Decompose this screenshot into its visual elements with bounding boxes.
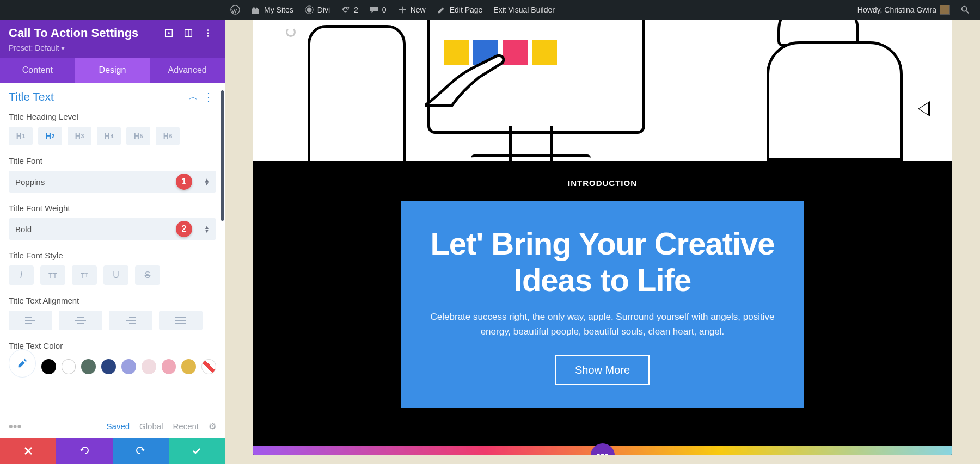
svg-point-10 [207,35,209,37]
color-swatch-none[interactable] [201,359,216,374]
avatar [940,5,950,15]
svg-point-1 [307,8,311,13]
color-swatch-black[interactable] [41,359,56,374]
tab-advanced[interactable]: Advanced [150,58,225,83]
wp-logo[interactable] [225,0,246,20]
svg-point-9 [207,33,209,34]
comments-count: 0 [382,5,387,14]
saved-link[interactable]: Saved [107,422,130,431]
cta-description: Celebrate success right, the only way, a… [428,310,777,339]
recent-link[interactable]: Recent [173,422,199,431]
panel-tabs: Content Design Advanced [0,58,225,83]
section-more-icon[interactable]: ⋮ [201,90,216,103]
exit-vb-link[interactable]: Exit Visual Builder [488,0,560,20]
strikethrough-button[interactable]: S [135,265,160,285]
panel-action-bar [0,438,225,464]
tab-content[interactable]: Content [0,58,75,83]
weight-value: Bold [15,225,32,234]
annotation-badge-1: 1 [176,174,192,190]
cta-title: Let' Bring Your Creative Ideas to Life [428,226,777,298]
global-link[interactable]: Global [139,422,163,431]
new-link[interactable]: New [392,0,431,20]
h3-button[interactable]: H3 [68,127,91,145]
h4-button[interactable]: H4 [97,127,121,145]
site-name-label: Divi [317,5,330,14]
align-right-button[interactable] [109,311,152,330]
align-label: Title Text Alignment [9,296,216,305]
edit-page-link[interactable]: Edit Page [431,0,488,20]
updates-count: 2 [354,5,358,14]
weight-label: Title Font Weight [9,203,216,213]
hand-graphic [425,46,512,111]
h6-button[interactable]: H6 [156,127,180,145]
my-sites-link[interactable]: My Sites [246,0,299,20]
collapse-icon[interactable]: ︿ [186,91,201,103]
select-arrows-icon: ▲▼ [204,178,210,185]
color-swatch-blush[interactable] [142,359,156,374]
h2-button[interactable]: H2 [38,127,62,145]
heading-level-group: H1 H2 H3 H4 H5 H6 [9,127,216,145]
align-left-button[interactable] [9,311,52,330]
settings-panel: Call To Action Settings Preset: Default … [0,20,225,464]
expand-icon[interactable] [164,28,174,38]
svg-point-5 [168,32,170,34]
font-value: Poppins [15,177,45,187]
h1-button[interactable]: H1 [9,127,33,145]
svg-point-3 [962,7,967,11]
edit-page-label: Edit Page [450,5,483,14]
intro-label: INTRODUCTION [568,178,637,188]
underline-button[interactable]: U [103,265,128,285]
heading-level-label: Title Heading Level [9,112,216,121]
uppercase-button[interactable]: TT [40,265,65,285]
svg-point-8 [207,29,209,31]
font-select[interactable]: Poppins 1 ▲▼ [9,171,216,193]
color-swatch-gold[interactable] [181,359,196,374]
h5-button[interactable]: H5 [126,127,150,145]
exit-vb-label: Exit Visual Builder [493,5,555,14]
select-arrows-icon: ▲▼ [204,225,210,233]
more-icon[interactable] [203,28,213,38]
panel-body: Title Text ︿ ⋮ Title Heading Level H1 H2… [0,83,225,414]
color-swatch-pink[interactable] [162,359,176,374]
comments-link[interactable]: 0 [364,0,392,20]
font-label: Title Font [9,156,216,165]
color-swatch-green[interactable] [81,359,96,374]
gear-icon[interactable]: ⚙ [209,421,216,431]
align-center-button[interactable] [59,311,102,330]
layout-icon[interactable] [183,28,193,38]
updates-link[interactable]: 2 [335,0,364,20]
weight-select[interactable]: Bold 2 ▲▼ [9,218,216,240]
site-link[interactable]: Divi [299,0,335,20]
hero-illustration [253,20,952,161]
italic-button[interactable]: I [9,265,34,285]
page-frame: INTRODUCTION Let' Bring Your Creative Id… [253,20,952,455]
cta-module[interactable]: Let' Bring Your Creative Ideas to Life C… [401,201,804,408]
undo-button[interactable] [56,438,112,464]
cta-button[interactable]: Show More [555,355,650,385]
save-button[interactable] [169,438,225,464]
eyedropper-button[interactable] [9,349,36,378]
color-swatch-white[interactable] [62,359,76,374]
align-justify-button[interactable] [159,311,203,330]
color-label: Title Text Color [9,341,216,350]
footer-more-icon[interactable]: ••• [9,419,21,434]
new-label: New [411,5,426,14]
redo-button[interactable] [113,438,169,464]
annotation-badge-2: 2 [176,221,192,237]
color-swatch-navy[interactable] [101,359,116,374]
person-graphic [767,20,919,161]
play-icon [918,101,930,116]
color-swatch-periwinkle[interactable] [121,359,136,374]
tab-design[interactable]: Design [75,58,150,83]
panel-header: Call To Action Settings Preset: Default … [0,20,225,58]
search-icon[interactable] [955,0,976,20]
panel-footer-links: ••• Saved Global Recent ⚙ [0,414,225,438]
my-sites-label: My Sites [264,5,293,14]
howdy-link[interactable]: Howdy, Christina Gwira [852,0,955,20]
scrollbar[interactable] [221,90,224,221]
cancel-button[interactable] [0,438,56,464]
section-title[interactable]: Title Text [9,90,186,103]
howdy-label: Howdy, Christina Gwira [857,5,936,14]
preset-selector[interactable]: Preset: Default ▾ [9,44,216,52]
smallcaps-button[interactable]: TT [72,265,97,285]
